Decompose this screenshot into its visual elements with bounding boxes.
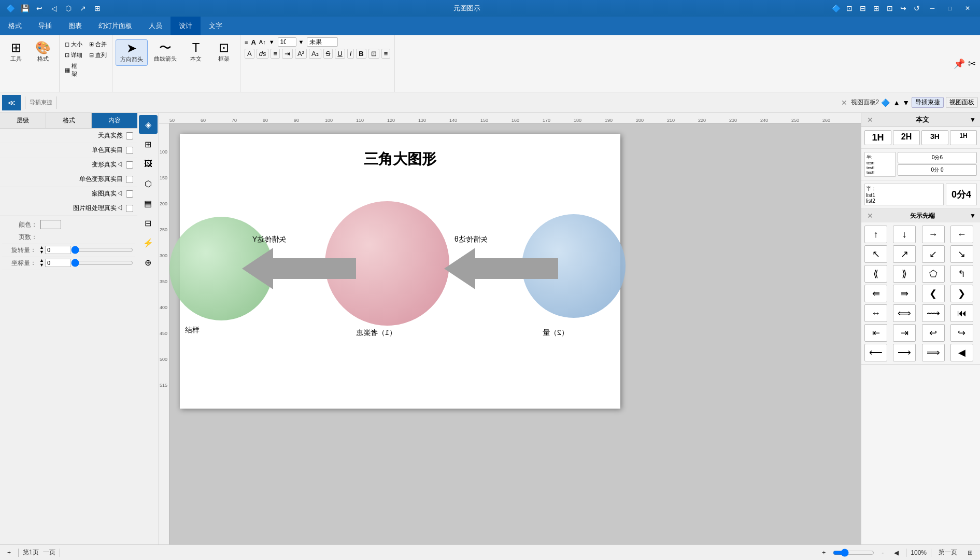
title-right-1[interactable]: 🔷	[830, 3, 842, 13]
add-btn[interactable]: +	[819, 549, 829, 557]
font-name-input[interactable]	[307, 37, 338, 47]
ribbon-btn-format[interactable]: 🎨 格式	[30, 39, 56, 65]
ribbon-btn-arrow[interactable]: ➤ 方向箭头	[116, 39, 148, 66]
font-strike-btn[interactable]: S	[323, 49, 333, 59]
arrow-double-right[interactable]: ⟫	[893, 265, 916, 283]
fit-btn[interactable]: ◀	[891, 549, 902, 557]
style-6fen[interactable]: 0分6	[898, 152, 977, 163]
qa-btn-4[interactable]: ⬡	[62, 3, 75, 13]
expand-down-icon[interactable]: ▼	[902, 99, 910, 107]
ribbon-btn-frame[interactable]: ▦框架	[63, 61, 85, 79]
arrow-pentagon[interactable]: ⬠	[922, 265, 945, 283]
font-size-up[interactable]: A↑	[259, 39, 266, 45]
title-right-5[interactable]: ⊡	[884, 3, 896, 13]
arrow-triple-left[interactable]: ⇚	[864, 285, 887, 302]
minimize-button[interactable]: ─	[924, 3, 941, 13]
left-tab-format[interactable]: 格式	[46, 113, 92, 128]
arrow-right[interactable]: →	[922, 226, 945, 243]
rotation-input[interactable]	[45, 246, 71, 254]
menu-chart[interactable]: 图表	[60, 17, 90, 35]
arrow-panel-header[interactable]: ✕ 矢示先端 ▼	[861, 209, 980, 222]
arrow-reverse-left[interactable]: ↩	[922, 324, 945, 342]
menu-format[interactable]: 格式	[0, 17, 30, 35]
add-page-btn[interactable]: +	[4, 549, 14, 557]
lp-item-1[interactable]: 单色真实目	[0, 143, 137, 158]
ribbon-btn-tools[interactable]: ⊞ 工具	[3, 39, 29, 65]
title-right-2[interactable]: ⊡	[843, 3, 856, 13]
arrow-double-left[interactable]: ⟪	[864, 265, 887, 283]
rotation-down[interactable]: ▼	[39, 250, 44, 255]
font-size-input[interactable]	[278, 37, 296, 47]
font-underline-btn[interactable]: U	[335, 49, 345, 59]
ribbon-btn-detail[interactable]: ⊡详细	[63, 50, 85, 60]
font-align-btn[interactable]: ≡	[381, 49, 391, 59]
arrow-right[interactable]	[444, 248, 558, 289]
lp-item-3[interactable]: 单色变形真实目	[0, 172, 137, 187]
ribbon-btn-text[interactable]: T 本文	[183, 39, 209, 65]
panel-view-btn[interactable]: 视图面板	[946, 97, 978, 108]
font-color-btn[interactable]: A	[245, 49, 254, 59]
arrow-long-right2[interactable]: ⟹	[922, 344, 945, 361]
title-right-6[interactable]: ↪	[897, 3, 910, 13]
lp-checkbox-2[interactable]	[126, 161, 133, 169]
left-tab-layers[interactable]: 层级	[0, 113, 46, 128]
arrow-h-double[interactable]: ↔	[864, 304, 887, 322]
text-panel-close[interactable]: ✕	[865, 115, 875, 124]
left-tab-content[interactable]: 内容	[92, 113, 137, 128]
lp-item-0[interactable]: 天真实然	[0, 129, 137, 143]
canvas-area[interactable]: 50 60 70 80 90 100 110 120 130 140 150 1…	[159, 113, 861, 544]
title-right-7[interactable]: ↺	[911, 3, 923, 13]
title-right-4[interactable]: ⊞	[870, 3, 883, 13]
title-right-3[interactable]: ⊟	[857, 3, 869, 13]
lp-item-5[interactable]: 图片组处理真实◁	[0, 201, 137, 216]
lp-item-4[interactable]: 案图真实◁	[0, 187, 137, 201]
font-indent-btn[interactable]: ⇥	[282, 49, 293, 59]
qa-btn-6[interactable]: ⊞	[91, 3, 104, 13]
arrow-h-bar-left[interactable]: ⇤	[864, 324, 887, 342]
style-1h-small[interactable]: 1H	[950, 130, 977, 145]
ribbon-btn-layout[interactable]: ⊟直列	[87, 50, 109, 60]
canvas-page-container[interactable]: 三角大图形 矢情传达Y	[169, 123, 861, 544]
arrow-sw[interactable]: ↙	[922, 245, 945, 263]
xoffset-slider[interactable]	[71, 259, 133, 267]
font-box-btn[interactable]: ⊡	[368, 49, 379, 59]
zoom-slider[interactable]	[833, 549, 874, 557]
arrow-left[interactable]	[242, 248, 356, 289]
expand-up-icon[interactable]: ▲	[893, 99, 900, 107]
ls-icon-select[interactable]: ◈	[139, 115, 158, 134]
ls-icon-layout[interactable]: ⊟	[139, 214, 158, 232]
menu-people[interactable]: 人员	[140, 17, 171, 35]
qa-btn-5[interactable]: ↗	[77, 3, 89, 13]
font-bold-btn[interactable]: B	[356, 49, 366, 59]
ls-icon-shape[interactable]: ⬡	[139, 174, 158, 193]
arrow-prev[interactable]: ⏮	[950, 304, 973, 322]
layout-btn[interactable]: ⊞	[964, 549, 976, 557]
arrow-long-right[interactable]: ⟶	[893, 344, 916, 361]
arrow-nw[interactable]: ↖	[864, 245, 887, 263]
close-button[interactable]: ✕	[959, 3, 976, 13]
font-dropdown[interactable]: ▼	[269, 39, 275, 45]
menu-insert[interactable]: 导插	[30, 17, 60, 35]
font-bold-large[interactable]: A	[251, 38, 255, 46]
arrow-h-bar-right[interactable]: ⇥	[893, 324, 916, 342]
scissors-icon[interactable]: ✂	[968, 58, 976, 69]
lp-checkbox-3[interactable]	[126, 176, 133, 183]
ls-icon-connect[interactable]: ⚡	[139, 233, 158, 252]
qa-btn-undo[interactable]: ◁	[48, 3, 60, 13]
pin-icon[interactable]: 📌	[954, 58, 965, 69]
style-3h[interactable]: 3H	[921, 130, 948, 145]
prop-color-swatch[interactable]	[40, 220, 61, 229]
arrow-fill-left[interactable]: ◀	[950, 344, 973, 361]
ribbon2-icon[interactable]: 🔷	[881, 99, 890, 107]
lp-item-2[interactable]: 变形真实◁	[0, 158, 137, 172]
qa-btn-1[interactable]: 💾	[19, 3, 31, 13]
maximize-button[interactable]: □	[942, 3, 958, 13]
ls-icon-image[interactable]: 🖼	[139, 155, 158, 173]
arrow-panel-expand[interactable]: ▼	[970, 212, 976, 219]
style-0fen[interactable]: 0分 0	[898, 164, 977, 176]
arrow-left[interactable]: ←	[950, 226, 973, 243]
collapse-left-btn[interactable]: ≪	[2, 95, 21, 110]
menu-design[interactable]: 设计	[171, 17, 201, 35]
rotation-slider[interactable]	[71, 246, 133, 254]
xoffset-input[interactable]	[45, 259, 71, 267]
